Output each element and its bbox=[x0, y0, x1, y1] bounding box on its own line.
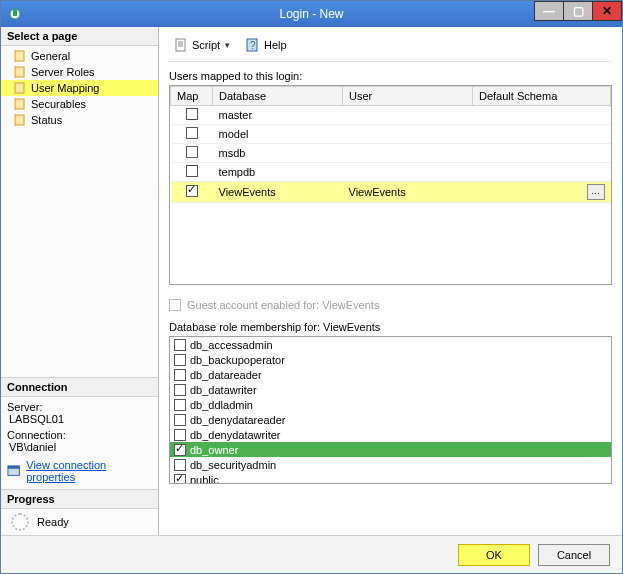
role-item[interactable]: db_denydatareader bbox=[170, 412, 611, 427]
role-checkbox[interactable] bbox=[174, 459, 186, 471]
app-icon bbox=[7, 6, 23, 22]
page-item-general[interactable]: General bbox=[1, 48, 158, 64]
role-checkbox[interactable] bbox=[174, 474, 186, 485]
page-item-label: Securables bbox=[31, 98, 86, 110]
page-list: GeneralServer RolesUser MappingSecurable… bbox=[1, 46, 158, 130]
roles-list[interactable]: db_accessadmindb_backupoperatordb_datare… bbox=[169, 336, 612, 484]
role-checkbox[interactable] bbox=[174, 399, 186, 411]
connection-heading: Connection bbox=[1, 378, 158, 397]
col-database-header[interactable]: Database bbox=[213, 87, 343, 106]
role-membership-label: Database role membership for: ViewEvents bbox=[169, 321, 612, 333]
role-name: db_ddladmin bbox=[190, 399, 253, 411]
connection-value: VB\daniel bbox=[9, 441, 152, 453]
users-mapped-label: Users mapped to this login: bbox=[169, 70, 612, 82]
server-value: LABSQL01 bbox=[9, 413, 152, 425]
svg-rect-3 bbox=[15, 67, 24, 77]
guest-label: Guest account enabled for: ViewEvents bbox=[187, 299, 379, 311]
role-name: db_backupoperator bbox=[190, 354, 285, 366]
toolbar: Script ▼ ? Help bbox=[169, 33, 612, 62]
map-checkbox[interactable] bbox=[186, 146, 198, 158]
connection-label: Connection: bbox=[7, 429, 152, 441]
help-button[interactable]: ? Help bbox=[241, 35, 291, 55]
chevron-down-icon: ▼ bbox=[223, 41, 231, 50]
table-row[interactable]: tempdb bbox=[171, 163, 611, 182]
table-row[interactable]: ViewEventsViewEvents… bbox=[171, 182, 611, 203]
map-checkbox[interactable] bbox=[186, 108, 198, 120]
table-row[interactable]: model bbox=[171, 125, 611, 144]
role-name: db_datawriter bbox=[190, 384, 257, 396]
col-user-header[interactable]: User bbox=[343, 87, 473, 106]
svg-rect-5 bbox=[15, 99, 24, 109]
role-name: db_owner bbox=[190, 444, 238, 456]
svg-rect-1 bbox=[13, 9, 17, 16]
svg-rect-8 bbox=[8, 466, 19, 469]
page-item-securables[interactable]: Securables bbox=[1, 96, 158, 112]
page-item-label: General bbox=[31, 50, 70, 62]
cell-user: ViewEvents bbox=[343, 182, 473, 203]
role-name: db_denydatareader bbox=[190, 414, 285, 426]
cell-schema bbox=[473, 144, 611, 163]
col-schema-header[interactable]: Default Schema bbox=[473, 87, 611, 106]
title-bar: Login - New — ▢ ✕ bbox=[1, 1, 622, 27]
role-item[interactable]: db_denydatawriter bbox=[170, 427, 611, 442]
col-map-header[interactable]: Map bbox=[171, 87, 213, 106]
role-item[interactable]: db_ddladmin bbox=[170, 397, 611, 412]
map-checkbox[interactable] bbox=[186, 165, 198, 177]
role-checkbox[interactable] bbox=[174, 414, 186, 426]
role-item[interactable]: db_datawriter bbox=[170, 382, 611, 397]
page-item-label: User Mapping bbox=[31, 82, 99, 94]
role-item[interactable]: db_accessadmin bbox=[170, 337, 611, 352]
properties-icon bbox=[7, 464, 22, 478]
role-item[interactable]: db_owner bbox=[170, 442, 611, 457]
page-item-server-roles[interactable]: Server Roles bbox=[1, 64, 158, 80]
cell-database: model bbox=[213, 125, 343, 144]
page-icon bbox=[13, 113, 27, 127]
close-button[interactable]: ✕ bbox=[592, 1, 622, 21]
page-item-label: Status bbox=[31, 114, 62, 126]
progress-heading: Progress bbox=[1, 490, 158, 509]
svg-text:?: ? bbox=[250, 40, 256, 51]
server-label: Server: bbox=[7, 401, 152, 413]
role-checkbox[interactable] bbox=[174, 384, 186, 396]
role-checkbox[interactable] bbox=[174, 429, 186, 441]
dialog-footer: OK Cancel bbox=[1, 535, 622, 573]
cell-schema bbox=[473, 163, 611, 182]
minimize-button[interactable]: — bbox=[534, 1, 564, 21]
mapping-table[interactable]: Map Database User Default Schema masterm… bbox=[169, 85, 612, 285]
script-button[interactable]: Script ▼ bbox=[169, 35, 235, 55]
maximize-button[interactable]: ▢ bbox=[563, 1, 593, 21]
guest-account-row: Guest account enabled for: ViewEvents bbox=[169, 299, 612, 311]
cell-database: ViewEvents bbox=[213, 182, 343, 203]
role-name: public bbox=[190, 474, 219, 485]
cell-user bbox=[343, 144, 473, 163]
script-label: Script bbox=[192, 39, 220, 51]
role-checkbox[interactable] bbox=[174, 339, 186, 351]
page-icon bbox=[13, 49, 27, 63]
role-item[interactable]: db_backupoperator bbox=[170, 352, 611, 367]
view-connection-properties-link[interactable]: View connection properties bbox=[26, 459, 152, 483]
script-icon bbox=[173, 37, 189, 53]
page-item-user-mapping[interactable]: User Mapping bbox=[1, 80, 158, 96]
role-checkbox[interactable] bbox=[174, 369, 186, 381]
progress-status: Ready bbox=[37, 516, 69, 528]
ok-button[interactable]: OK bbox=[458, 544, 530, 566]
role-item[interactable]: db_datareader bbox=[170, 367, 611, 382]
table-row[interactable]: master bbox=[171, 106, 611, 125]
cell-user bbox=[343, 163, 473, 182]
svg-rect-6 bbox=[15, 115, 24, 125]
cell-user bbox=[343, 106, 473, 125]
role-checkbox[interactable] bbox=[174, 354, 186, 366]
map-checkbox[interactable] bbox=[186, 127, 198, 139]
role-item[interactable]: public bbox=[170, 472, 611, 484]
map-checkbox[interactable] bbox=[186, 185, 198, 197]
role-name: db_accessadmin bbox=[190, 339, 273, 351]
cancel-button[interactable]: Cancel bbox=[538, 544, 610, 566]
svg-rect-4 bbox=[15, 83, 24, 93]
role-item[interactable]: db_securityadmin bbox=[170, 457, 611, 472]
schema-browse-button[interactable]: … bbox=[587, 184, 605, 200]
table-row[interactable]: msdb bbox=[171, 144, 611, 163]
role-name: db_securityadmin bbox=[190, 459, 276, 471]
cell-schema bbox=[473, 125, 611, 144]
page-item-status[interactable]: Status bbox=[1, 112, 158, 128]
role-checkbox[interactable] bbox=[174, 444, 186, 456]
